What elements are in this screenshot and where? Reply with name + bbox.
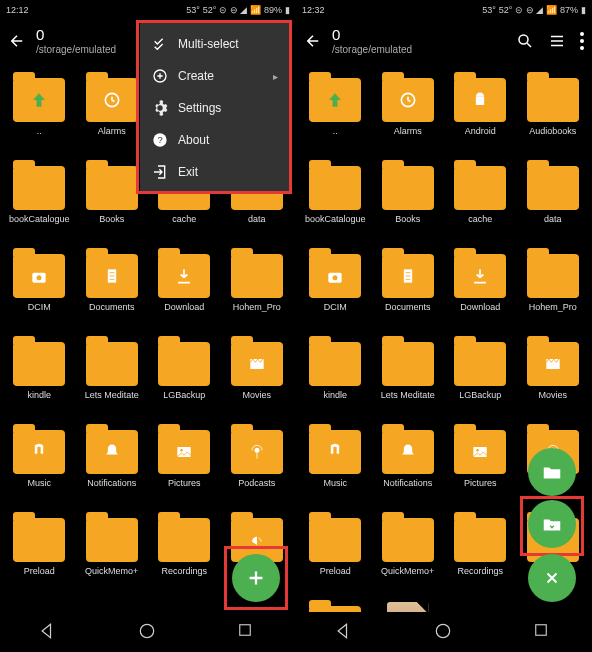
menu-settings[interactable]: Settings: [140, 92, 290, 124]
more-button[interactable]: [580, 32, 584, 50]
status-icons: ⊝ ⊖ ◢ 📶: [515, 5, 557, 15]
folder-item[interactable]: Alarms: [373, 64, 444, 150]
folder-label: Music: [323, 478, 347, 488]
folder-item[interactable]: Alarms: [77, 64, 148, 150]
view-list-button[interactable]: [548, 32, 566, 50]
folder-item[interactable]: LGBackup: [445, 328, 516, 414]
navigation-bar: [0, 612, 296, 652]
folder-icon: [231, 254, 283, 298]
gear-icon: [152, 100, 168, 116]
folder-label: Podcasts: [238, 478, 275, 488]
folder-label: QuickMemo+: [381, 566, 434, 576]
folder-item[interactable]: ..: [4, 64, 75, 150]
folder-item[interactable]: Pictures: [445, 416, 516, 502]
folder-icon: [231, 342, 283, 386]
folder-item[interactable]: Lets Meditate: [373, 328, 444, 414]
folder-item[interactable]: QuickMemo+: [373, 504, 444, 590]
folder-icon: [454, 254, 506, 298]
folder-item[interactable]: Recordings: [445, 504, 516, 590]
folder-item[interactable]: Music: [300, 416, 371, 502]
fab-archive[interactable]: [528, 500, 576, 548]
status-time: 12:32: [302, 5, 325, 15]
folder-item[interactable]: Recordings: [149, 504, 220, 590]
folder-icon: [309, 342, 361, 386]
folder-item[interactable]: SampleCompression: [300, 592, 371, 612]
folder-item[interactable]: QuickMemo+: [77, 504, 148, 590]
nav-back[interactable]: [38, 621, 60, 643]
folder-label: Recordings: [161, 566, 207, 576]
folder-item[interactable]: data: [518, 152, 589, 238]
folder-label: Hohem_Pro: [529, 302, 577, 312]
nav-back[interactable]: [334, 621, 356, 643]
folder-item[interactable]: Movies: [518, 328, 589, 414]
svg-point-7: [254, 448, 259, 453]
menu-multiselect[interactable]: Multi-select: [140, 28, 290, 60]
folder-item[interactable]: Documents: [373, 240, 444, 326]
folder-item[interactable]: Preload: [4, 504, 75, 590]
folder-item[interactable]: Audiobooks: [518, 64, 589, 150]
fab-add[interactable]: [232, 554, 280, 602]
nav-home[interactable]: [433, 621, 455, 643]
folder-label: Notifications: [383, 478, 432, 488]
folder-item[interactable]: Music: [4, 416, 75, 502]
search-button[interactable]: [516, 32, 534, 50]
navigation-bar: [296, 612, 592, 652]
nav-recent[interactable]: [532, 621, 554, 643]
folder-item[interactable]: Lets Meditate: [77, 328, 148, 414]
fab-new-folder[interactable]: [528, 448, 576, 496]
folder-item[interactable]: cache: [445, 152, 516, 238]
folder-item[interactable]: Notifications: [373, 416, 444, 502]
folder-item[interactable]: kindle: [4, 328, 75, 414]
status-bar: 12:12 53° 52° ⊝ ⊖ ◢ 📶 89% ▮: [0, 0, 296, 20]
folder-item[interactable]: DCIM: [4, 240, 75, 326]
folder-label: Alarms: [394, 126, 422, 136]
folder-item[interactable]: DCIM: [300, 240, 371, 326]
folder-item[interactable]: Hohem_Pro: [222, 240, 293, 326]
archive-file-icon: 7z: [387, 602, 429, 612]
overflow-menu: Multi-select Create ▸ Settings ? About E…: [140, 22, 290, 194]
folder-item[interactable]: Pictures: [149, 416, 220, 502]
folder-item[interactable]: Movies: [222, 328, 293, 414]
nav-recent[interactable]: [236, 621, 258, 643]
folder-item[interactable]: ..: [300, 64, 371, 150]
folder-label: Notifications: [87, 478, 136, 488]
folder-item[interactable]: Documents: [77, 240, 148, 326]
back-button[interactable]: [8, 32, 28, 50]
fab-close[interactable]: [528, 554, 576, 602]
folder-item[interactable]: Preload: [300, 504, 371, 590]
folder-label: QuickMemo+: [85, 566, 138, 576]
folder-item[interactable]: Books: [77, 152, 148, 238]
nav-home[interactable]: [137, 621, 159, 643]
folder-item[interactable]: bookCatalogue: [4, 152, 75, 238]
folder-label: DCIM: [324, 302, 347, 312]
folder-label: Books: [395, 214, 420, 224]
svg-rect-29: [535, 625, 546, 636]
menu-create[interactable]: Create ▸: [140, 60, 290, 92]
folder-label: Download: [460, 302, 500, 312]
folder-item[interactable]: Hohem_Pro: [518, 240, 589, 326]
folder-label: Preload: [24, 566, 55, 576]
folder-item[interactable]: Podcasts: [222, 416, 293, 502]
folder-icon: [527, 342, 579, 386]
folder-label: data: [544, 214, 562, 224]
folder-label: Pictures: [168, 478, 201, 488]
folder-icon: [158, 430, 210, 474]
app-bar: 0 /storage/emulated: [296, 20, 592, 62]
folder-item[interactable]: Download: [445, 240, 516, 326]
folder-icon: [382, 518, 434, 562]
folder-item[interactable]: LGBackup: [149, 328, 220, 414]
folder-item[interactable]: kindle: [300, 328, 371, 414]
menu-exit[interactable]: Exit: [140, 156, 290, 188]
folder-item[interactable]: Books: [373, 152, 444, 238]
folder-item[interactable]: Android: [445, 64, 516, 150]
folder-icon: [13, 342, 65, 386]
file-item[interactable]: 7zarchiveNew.7z: [373, 592, 444, 612]
back-button[interactable]: [304, 32, 324, 50]
folder-item[interactable]: bookCatalogue: [300, 152, 371, 238]
folder-icon: [158, 254, 210, 298]
path-title[interactable]: 0 /storage/emulated: [332, 27, 508, 55]
folder-item[interactable]: Download: [149, 240, 220, 326]
menu-about[interactable]: ? About: [140, 124, 290, 156]
folder-item[interactable]: Notifications: [77, 416, 148, 502]
folder-icon: [309, 254, 361, 298]
